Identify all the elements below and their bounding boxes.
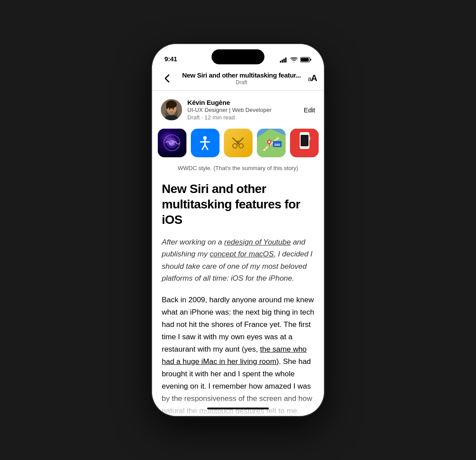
svg-rect-43 [301,147,308,148]
phone-screen: 9:41 [152,44,324,416]
svg-line-24 [205,145,208,149]
author-left: Kévin Eugène UI-UX Designer | Web Develo… [161,99,271,121]
svg-rect-0 [280,61,281,63]
wifi-icon [290,57,298,63]
svg-rect-6 [301,58,309,62]
maps-icon: 280 [257,129,286,157]
nav-title: New Siri and other multitasking featur..… [178,71,305,79]
edit-button[interactable]: Edit [304,106,315,114]
article-caption: WWDC style. (That's the summary of this … [152,164,324,181]
svg-point-29 [237,141,239,142]
svg-rect-2 [283,59,285,63]
author-info: Kévin Eugène UI-UX Designer | Web Develo… [187,99,271,121]
status-time: 9:41 [164,55,177,63]
svg-point-13 [169,108,171,110]
svg-rect-5 [310,59,312,61]
home-indicator [207,408,269,409]
siri-icon [158,129,186,157]
signal-icon [280,57,288,63]
concept-macos-link[interactable]: concept for macOS [210,250,274,258]
article-content: New Siri and other multitasking features… [152,181,324,416]
author-avatar [161,99,182,120]
svg-text:280: 280 [274,143,280,147]
svg-point-14 [173,108,174,110]
author-role: UI-UX Designer | Web Developer [187,107,271,113]
svg-point-37 [268,141,270,143]
back-button[interactable] [159,70,175,86]
svg-point-15 [168,111,175,115]
status-bar: 9:41 [152,44,324,66]
iphone-mirror-icon [290,129,319,157]
phone-frame: 9:41 [152,44,324,416]
svg-rect-41 [309,137,310,140]
font-size-button[interactable]: aA [308,73,317,83]
author-meta: Draft · 12 min read [187,114,271,121]
scissors-icon [224,129,253,157]
article-body: Back in 2009, hardly anyone around me kn… [162,294,314,416]
article-paragraph-1: Back in 2009, hardly anyone around me kn… [162,294,314,416]
battery-icon [300,57,312,63]
article-scroll-content[interactable]: Kévin Eugène UI-UX Designer | Web Develo… [152,91,324,416]
nav-title-group: New Siri and other multitasking featur..… [178,71,305,85]
status-icons [280,57,312,63]
svg-rect-1 [282,59,283,63]
nav-bar: New Siri and other multitasking featur..… [152,66,324,91]
app-icons-row: 280 [152,127,324,164]
article-title: New Siri and other multitasking features… [162,181,314,227]
nav-subtitle: Draft [178,79,305,85]
redesign-youtube-link[interactable]: redesign of Youtube [224,238,291,246]
aunt-link[interactable]: the same who had a huge iMac in her livi… [162,345,307,366]
svg-rect-3 [285,57,286,63]
svg-rect-42 [301,135,309,146]
svg-rect-12 [166,104,168,109]
article-intro: After working on a redesign of Youtube a… [162,236,314,284]
author-section: Kévin Eugène UI-UX Designer | Web Develo… [152,91,324,127]
dynamic-island [212,49,264,64]
accessibility-icon [191,129,219,157]
author-name: Kévin Eugène [187,99,271,106]
svg-line-23 [202,145,205,149]
